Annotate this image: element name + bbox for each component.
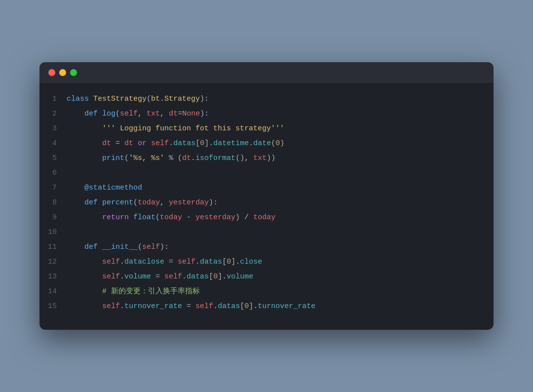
line-number-8: 8 (39, 198, 67, 207)
line-13: 13 self.volume = self.datas[0].volume (39, 271, 494, 285)
line-number-2: 2 (39, 110, 67, 118)
line-number-12: 12 (39, 258, 67, 266)
line-content-5: print('%s, %s' % (dt.isoformat(), txt)) (67, 153, 275, 164)
line-15: 15 self.turnover_rate = self.datas[0].tu… (39, 300, 494, 315)
line-number-14: 14 (39, 287, 67, 296)
line-content-15: self.turnover_rate = self.datas[0].turno… (67, 301, 315, 313)
line-content-6 (67, 167, 71, 179)
line-number-13: 13 (39, 273, 67, 281)
line-content-4: dt = dt or self.datas[0].datetime.date(0… (67, 138, 284, 150)
line-number-15: 15 (39, 302, 67, 311)
line-3: 3 ''' Logging function fot this strategy… (39, 122, 494, 137)
line-7: 7 @staticmethod (39, 182, 494, 196)
code-editor[interactable]: 1 class TestStrategy(bt.Strategy): 2 def… (39, 83, 494, 330)
line-14: 14 # 新的变更：引入换手率指标 (39, 285, 494, 300)
line-content-1: class TestStrategy(bt.Strategy): (67, 93, 209, 105)
line-4: 4 dt = dt or self.datas[0].datetime.date… (39, 137, 494, 152)
line-number-5: 5 (39, 154, 67, 162)
close-button[interactable] (48, 69, 55, 76)
line-number-3: 3 (39, 124, 67, 133)
line-number-9: 9 (39, 213, 67, 222)
line-content-9: return float(today - yesterday) / today (67, 212, 275, 224)
line-content-14: # 新的变更：引入换手率指标 (67, 286, 200, 298)
line-content-12: self.dataclose = self.datas[0].close (67, 256, 262, 268)
line-6: 6 (39, 167, 494, 182)
line-content-10 (67, 227, 71, 238)
line-5: 5 print('%s, %s' % (dt.isoformat(), txt)… (39, 152, 494, 167)
line-number-7: 7 (39, 184, 67, 192)
line-11: 11 def __init__(self): (39, 241, 494, 256)
line-number-4: 4 (39, 139, 67, 148)
line-content-7: @staticmethod (67, 182, 142, 194)
line-content-13: self.volume = self.datas[0].volume (67, 271, 253, 283)
line-8: 8 def percent(today, yesterday): (39, 196, 494, 211)
line-1: 1 class TestStrategy(bt.Strategy): (39, 93, 494, 108)
line-content-3: ''' Logging function fot this strategy''… (67, 123, 284, 135)
line-content-2: def log(self, txt, dt=None): (67, 108, 209, 120)
line-12: 12 self.dataclose = self.datas[0].close (39, 256, 494, 271)
line-number-10: 10 (39, 228, 67, 236)
minimize-button[interactable] (59, 69, 66, 76)
line-number-6: 6 (39, 169, 67, 177)
line-content-11: def __init__(self): (67, 241, 169, 253)
line-content-8: def percent(today, yesterday): (67, 197, 218, 209)
line-number-11: 11 (39, 243, 67, 251)
line-2: 2 def log(self, txt, dt=None): (39, 108, 494, 122)
titlebar (39, 62, 494, 83)
line-10: 10 (39, 226, 494, 241)
code-window: 1 class TestStrategy(bt.Strategy): 2 def… (39, 62, 494, 330)
maximize-button[interactable] (70, 69, 77, 76)
line-9: 9 return float(today - yesterday) / toda… (39, 211, 494, 226)
line-number-1: 1 (39, 95, 67, 103)
